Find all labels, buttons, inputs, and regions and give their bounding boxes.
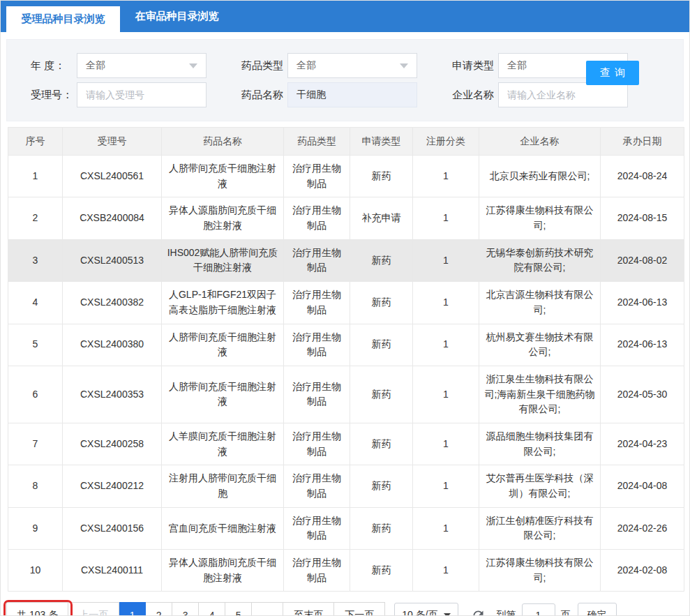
total-count: 共 103 条 xyxy=(6,602,68,616)
cell-drug-name: 人脐带间充质干细胞注射液 xyxy=(162,366,284,423)
cell-reg-class: 1 xyxy=(413,550,479,592)
page-size-select[interactable]: 10 条/页 xyxy=(394,603,458,616)
cell-company: 北京吉源生物科技有限公司; xyxy=(479,282,601,324)
page-button-2[interactable]: 2 xyxy=(146,602,172,616)
app-type-select-value: 全部 xyxy=(507,59,527,72)
field-drug-name: 药品名称： xyxy=(229,82,417,107)
confirm-button[interactable]: 确定 xyxy=(578,603,617,616)
page-button-3[interactable]: 3 xyxy=(172,602,199,616)
table-header-row: 序号 受理号 药品名称 药品类型 申请类型 注册分类 企业名称 承办日期 xyxy=(8,128,684,156)
page-size-value: 10 条/页 xyxy=(402,609,437,616)
prev-page-button[interactable]: 上一页 xyxy=(68,602,119,616)
goto-page-input[interactable] xyxy=(522,603,555,616)
cell-company: 江苏得康生物科技有限公司; xyxy=(479,197,601,239)
cell-company: 艾尔普再生医学科技（深圳）有限公司; xyxy=(479,465,601,507)
query-button[interactable]: 查询 xyxy=(586,61,639,85)
cell-acceptance-no: CXSL2400561 xyxy=(63,156,162,197)
cell-drug-type: 治疗用生物制品 xyxy=(284,507,350,549)
page-unit-label: 页 xyxy=(561,609,571,616)
app-type-label: 申请类型： xyxy=(440,59,498,73)
refresh-button[interactable] xyxy=(471,608,486,616)
cell-app-type: 新药 xyxy=(350,282,413,324)
drug-type-label: 药品类型： xyxy=(229,59,287,73)
cell-reg-class: 1 xyxy=(413,465,479,507)
search-panel: 年 度： 全部 药品类型： 全部 申请类型： 全部 xyxy=(6,39,684,121)
tab-bar: 受理品种目录浏览 在审品种目录浏览 xyxy=(1,1,689,32)
total-count-label: 共 103 条 xyxy=(17,609,58,616)
page-button-1[interactable]: 1 xyxy=(119,602,146,616)
cell-drug-type: 治疗用生物制品 xyxy=(284,282,350,324)
cell-app-type: 补充申请 xyxy=(350,197,413,239)
table-row: 5 CXSL2400380 人脐带间充质干细胞注射液 治疗用生物制品 新药 1 … xyxy=(8,324,684,366)
cell-app-type: 新药 xyxy=(350,239,413,281)
cell-reg-class: 1 xyxy=(413,507,479,549)
field-acceptance-no: 受理号： xyxy=(18,82,207,107)
page-ellipsis[interactable]: ... xyxy=(252,602,283,616)
company-name-input[interactable] xyxy=(498,82,628,107)
cell-app-type: 新药 xyxy=(350,366,413,423)
acceptance-no-input[interactable] xyxy=(77,82,207,107)
col-header-index: 序号 xyxy=(8,128,63,156)
table-row: 10 CXSL2400111 异体人源脂肪间充质干细胞注射液 治疗用生物制品 新… xyxy=(8,550,684,592)
last-page-button[interactable]: 至末页 xyxy=(283,602,334,616)
cell-acceptance-no: CXSL2400513 xyxy=(63,239,162,281)
cell-drug-type: 治疗用生物制品 xyxy=(284,197,350,239)
cell-acceptance-no: CXSL2400380 xyxy=(63,324,162,366)
cell-app-type: 新药 xyxy=(350,507,413,549)
cell-drug-type: 治疗用生物制品 xyxy=(284,366,350,423)
page-button-4[interactable]: 4 xyxy=(199,602,225,616)
table-row: 1 CXSL2400561 人脐带间充质干细胞注射液 治疗用生物制品 新药 1 … xyxy=(8,156,684,197)
cell-drug-name: 注射用人脐带间充质干细胞 xyxy=(162,465,284,507)
cell-acceptance-no: CXSB2400084 xyxy=(63,197,162,239)
chevron-down-icon xyxy=(189,63,197,68)
cell-company: 源品细胞生物科技集团有限公司; xyxy=(479,423,601,465)
cell-app-type: 新药 xyxy=(350,156,413,197)
table-row: 4 CXSL2400382 人GLP-1和FGF21双因子高表达脂肪干细胞注射液… xyxy=(8,282,684,324)
chevron-down-icon xyxy=(400,63,408,68)
field-year: 年 度： 全部 xyxy=(18,53,207,78)
cell-index: 1 xyxy=(8,156,63,197)
col-header-drug-type: 药品类型 xyxy=(284,128,350,156)
results-table: 序号 受理号 药品名称 药品类型 申请类型 注册分类 企业名称 承办日期 1 C… xyxy=(8,127,684,592)
tab-accepted-catalog[interactable]: 受理品种目录浏览 xyxy=(6,6,120,32)
cell-index: 8 xyxy=(8,465,63,507)
cell-index: 10 xyxy=(8,550,63,592)
cell-date: 2024-04-08 xyxy=(601,465,684,507)
drug-name-label: 药品名称： xyxy=(229,89,287,102)
table-row: 9 CXSL2400156 宫血间充质干细胞注射液 治疗用生物制品 新药 1 浙… xyxy=(8,507,684,549)
next-page-button[interactable]: 下一页 xyxy=(334,602,385,616)
tab-under-review-catalog[interactable]: 在审品种目录浏览 xyxy=(120,1,234,32)
cell-date: 2024-02-08 xyxy=(601,550,684,592)
cell-acceptance-no: CXSL2400353 xyxy=(63,366,162,423)
drug-type-select-value: 全部 xyxy=(297,59,316,72)
cell-drug-type: 治疗用生物制品 xyxy=(284,156,350,197)
table-row: 2 CXSB2400084 异体人源脂肪间充质干细胞注射液 治疗用生物制品 补充… xyxy=(8,197,684,239)
drug-type-select[interactable]: 全部 xyxy=(287,53,417,78)
cell-acceptance-no: CXSL2400156 xyxy=(63,507,162,549)
cell-company: 浙江泉生生物科技有限公司;海南新生泉干细胞药物有限公司; xyxy=(479,366,601,423)
cell-index: 7 xyxy=(8,423,63,465)
company-name-label: 企业名称： xyxy=(440,89,498,102)
table-row: 6 CXSL2400353 人脐带间充质干细胞注射液 治疗用生物制品 新药 1 … xyxy=(8,366,684,423)
cell-drug-name: 异体人源脂肪间充质干细胞注射液 xyxy=(162,550,284,592)
cell-drug-type: 治疗用生物制品 xyxy=(284,324,350,366)
query-button-wrap: 查询 xyxy=(586,61,639,85)
cell-date: 2024-08-02 xyxy=(601,239,684,281)
drug-name-input[interactable] xyxy=(287,82,417,107)
cell-index: 2 xyxy=(8,197,63,239)
cell-date: 2024-08-24 xyxy=(601,156,684,197)
cell-reg-class: 1 xyxy=(413,197,479,239)
table-row: 8 CXSL2400212 注射用人脐带间充质干细胞 治疗用生物制品 新药 1 … xyxy=(8,465,684,507)
cell-reg-class: 1 xyxy=(413,423,479,465)
cell-reg-class: 1 xyxy=(413,156,479,197)
col-header-drug-name: 药品名称 xyxy=(162,128,284,156)
cell-drug-name: 宫血间充质干细胞注射液 xyxy=(162,507,284,549)
table-row-highlighted: 3 CXSL2400513 IHS002赋能人脐带间充质干细胞注射液 治疗用生物… xyxy=(8,239,684,281)
cell-date: 2024-02-26 xyxy=(601,507,684,549)
cell-reg-class: 1 xyxy=(413,239,479,281)
table-row: 7 CXSL2400258 人羊膜间充质干细胞注射液 治疗用生物制品 新药 1 … xyxy=(8,423,684,465)
page-button-5[interactable]: 5 xyxy=(225,602,252,616)
year-select[interactable]: 全部 xyxy=(77,53,207,78)
cell-index: 9 xyxy=(8,507,63,549)
cell-date: 2024-05-30 xyxy=(601,366,684,423)
